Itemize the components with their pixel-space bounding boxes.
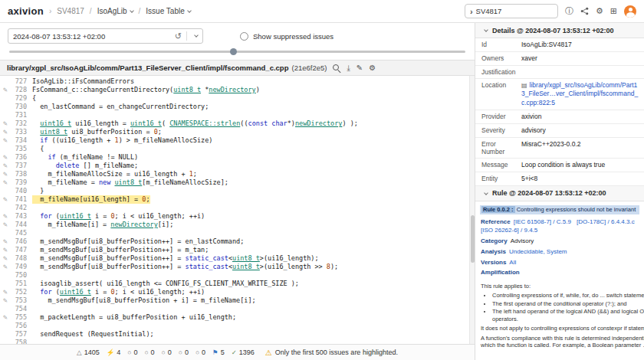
code-line[interactable]: ✎737 delete [] m_fileName; <box>0 162 475 170</box>
download-icon[interactable]: ⤓ <box>347 64 350 72</box>
line-number[interactable]: 744 <box>11 221 32 229</box>
reference-link[interactable]: [IEC 61508-7] / C.5.9 <box>514 218 571 225</box>
date-filter[interactable]: ↺ <box>8 28 203 44</box>
code-line[interactable]: 758 <box>0 339 475 344</box>
status-count-lightning[interactable]: ⚡4 <box>107 349 121 356</box>
share-icon[interactable] <box>580 7 589 15</box>
line-number[interactable]: 730 <box>11 103 32 111</box>
annotate-pencil-icon[interactable]: ✎ <box>0 195 11 204</box>
line-number[interactable]: 745 <box>11 229 32 237</box>
search-input[interactable] <box>476 7 537 15</box>
line-number[interactable]: 753 <box>11 296 32 305</box>
user-avatar[interactable] <box>624 5 636 18</box>
edit-pencil-icon[interactable]: ✎ <box>356 64 363 72</box>
gear-icon[interactable]: ⚙ <box>369 64 376 72</box>
line-number[interactable]: 727 <box>11 77 32 86</box>
line-number[interactable]: 735 <box>11 145 32 153</box>
apps-grid-icon[interactable]: ⊞ <box>610 7 617 15</box>
line-number[interactable]: 743 <box>11 212 32 221</box>
radio-circle-icon[interactable] <box>240 32 248 41</box>
app-logo[interactable]: axivion <box>8 5 44 17</box>
code-scrollbar-thumb[interactable] <box>471 215 475 263</box>
line-number[interactable]: 748 <box>11 254 32 263</box>
line-number[interactable]: 737 <box>11 162 32 170</box>
show-suppressed-toggle[interactable]: Show suppressed issues <box>240 32 334 41</box>
line-number[interactable]: 729 <box>11 94 32 103</box>
status-count-triangle[interactable]: △1405 <box>77 349 100 356</box>
status-count-circle[interactable]: ○0 <box>179 349 189 356</box>
code-scrollbar[interactable] <box>469 76 475 344</box>
status-count-circle[interactable]: ○0 <box>162 349 172 356</box>
line-number[interactable]: 739 <box>11 178 32 187</box>
reference-link[interactable]: [DO-178C] / 6.4.4.3.c <box>577 218 635 225</box>
date-input[interactable] <box>13 32 170 41</box>
code-line[interactable]: 727IsoAgLib::iFsCommandErrors <box>0 77 475 86</box>
line-number[interactable]: 750 <box>11 271 32 280</box>
chevron-down-icon[interactable] <box>194 33 199 38</box>
code-line[interactable]: ✎752 for (uint16_t i = 0; i < ui16_lengt… <box>0 288 475 296</box>
annotate-pencil-icon[interactable]: ✎ <box>0 296 11 305</box>
code-line[interactable]: ✎749 m_sendMsgBuf[ui8_bufferPosition++] … <box>0 263 475 271</box>
code-line[interactable]: ✎728FsCommand_c::changeCurrentDirectory(… <box>0 86 475 94</box>
info-icon[interactable]: ⓘ <box>565 7 573 15</box>
details-section-header[interactable]: Details @ 2024-08-07 13:53:12 +02:00 <box>475 23 644 38</box>
search-icon[interactable] <box>333 64 340 72</box>
code-line[interactable]: 735 { <box>0 145 475 153</box>
line-number[interactable]: 738 <box>11 170 32 178</box>
annotate-pencil-icon[interactable]: ✎ <box>0 221 11 229</box>
line-number[interactable]: 757 <box>11 330 32 339</box>
annotate-pencil-icon[interactable]: ✎ <box>0 246 11 254</box>
code-line[interactable]: ✎747 m_sendMsgBuf[ui8_bufferPosition++] … <box>0 246 475 254</box>
line-number[interactable]: 733 <box>11 128 32 136</box>
code-line[interactable]: 751 isoaglib_assert( ui16_length <= CONF… <box>0 280 475 288</box>
status-count-check[interactable]: ✓1396 <box>232 349 255 356</box>
code-line[interactable]: ✎753 m_sendMsgBuf[ui8_bufferPosition + i… <box>0 296 475 305</box>
reference-link[interactable]: [ISO 26262-6] / 9.4.5 <box>481 227 537 234</box>
annotate-pencil-icon[interactable]: ✎ <box>0 162 11 170</box>
code-line[interactable]: ✎746 m_sendMsgBuf[ui8_bufferPosition++] … <box>0 237 475 246</box>
code-line[interactable]: ✎739 m_fileName = new uint8_t[m_fileName… <box>0 178 475 187</box>
breadcrumb-version-dropdown[interactable]: IsoAgLib <box>97 7 133 15</box>
annotate-pencil-icon[interactable]: ✎ <box>0 86 11 94</box>
global-search[interactable]: › <box>465 4 558 18</box>
annotate-pencil-icon[interactable]: ✎ <box>0 119 11 128</box>
status-count-circle[interactable]: ○0 <box>127 349 137 356</box>
versions-value[interactable]: All <box>509 259 516 266</box>
analysis-value[interactable]: Undecidable, System <box>509 248 567 255</box>
code-line[interactable]: 742 <box>0 204 475 212</box>
annotate-pencil-icon[interactable]: ✎ <box>0 254 11 263</box>
line-number[interactable]: 728 <box>11 86 32 94</box>
code-line[interactable]: 754 <box>0 305 475 313</box>
line-number[interactable]: 758 <box>11 339 32 344</box>
code-line[interactable]: 756 <box>0 322 475 330</box>
slider-track[interactable] <box>9 51 465 53</box>
line-number[interactable]: 740 <box>11 187 32 195</box>
code-line[interactable]: 731 <box>0 111 475 119</box>
code-line[interactable]: ✎736 if (m_fileName != NULL) <box>0 153 475 162</box>
line-number[interactable]: 756 <box>11 322 32 330</box>
slider-handle[interactable] <box>230 48 237 55</box>
code-line[interactable]: 750 <box>0 271 475 280</box>
code-line[interactable]: ✎743 for (uint16_t i = 0; i < ui16_lengt… <box>0 212 475 221</box>
annotate-pencil-icon[interactable]: ✎ <box>0 237 11 246</box>
refresh-icon[interactable]: ↺ <box>175 31 182 41</box>
detail-value-location[interactable]: ▤library/xgpl_src/IsoAgLib/comm/Part13_F… <box>520 79 644 109</box>
rule-section-header[interactable]: Rule @ 2024-08-07 13:53:12 +02:00 <box>475 186 644 201</box>
breadcrumb-view-dropdown[interactable]: Issue Table <box>146 7 190 15</box>
annotate-pencil-icon[interactable]: ✎ <box>0 136 11 145</box>
code-line[interactable]: ✎732 uint16_t ui16_length = uint16_t( CN… <box>0 119 475 128</box>
code-line[interactable]: ✎741 m_fileName[ui16_length] = 0; <box>0 195 475 204</box>
code-line[interactable]: 745 <box>0 229 475 237</box>
line-number[interactable]: 746 <box>11 237 32 246</box>
line-number[interactable]: 732 <box>11 119 32 128</box>
timeline-slider[interactable] <box>9 48 465 55</box>
annotate-pencil-icon[interactable]: ✎ <box>0 263 11 271</box>
line-number[interactable]: 741 <box>11 195 32 204</box>
annotate-pencil-icon[interactable]: ✎ <box>0 178 11 187</box>
code-line[interactable]: ✎755 m_packetLength = ui8_bufferPosition… <box>0 313 475 322</box>
line-number[interactable]: 731 <box>11 111 32 119</box>
line-number[interactable]: 749 <box>11 263 32 271</box>
breadcrumb-project[interactable]: SV4817 <box>57 7 84 15</box>
annotate-pencil-icon[interactable]: ✎ <box>0 212 11 221</box>
line-number[interactable]: 742 <box>11 204 32 212</box>
